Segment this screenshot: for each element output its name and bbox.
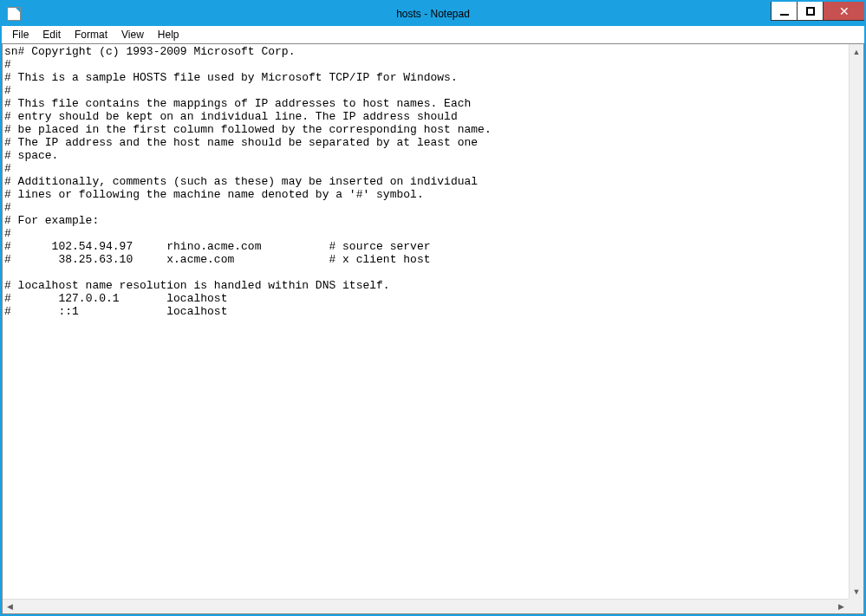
minimize-icon bbox=[780, 14, 789, 16]
hscroll-row: ◀ ▶ bbox=[3, 599, 863, 613]
menu-edit[interactable]: Edit bbox=[36, 27, 68, 42]
close-icon: ✕ bbox=[839, 4, 850, 18]
scroll-right-icon[interactable]: ▶ bbox=[834, 600, 849, 613]
maximize-icon bbox=[806, 7, 815, 16]
window-title: hosts - Notepad bbox=[2, 8, 864, 20]
text-wrap: sn# Copyright (c) 1993-2009 Microsoft Co… bbox=[3, 44, 863, 599]
scroll-left-icon[interactable]: ◀ bbox=[3, 600, 17, 613]
scroll-corner bbox=[849, 599, 863, 613]
vertical-scrollbar[interactable]: ▲ ▼ bbox=[849, 44, 863, 599]
horizontal-scrollbar[interactable]: ◀ ▶ bbox=[3, 599, 849, 613]
vertical-scroll-track[interactable] bbox=[850, 59, 863, 584]
close-button[interactable]: ✕ bbox=[823, 2, 864, 21]
window-controls: ✕ bbox=[771, 2, 864, 21]
horizontal-scroll-track[interactable] bbox=[17, 600, 834, 613]
app-icon bbox=[7, 7, 21, 21]
client-area: sn# Copyright (c) 1993-2009 Microsoft Co… bbox=[2, 43, 864, 614]
minimize-button[interactable] bbox=[771, 2, 797, 21]
scroll-up-icon[interactable]: ▲ bbox=[850, 44, 863, 59]
scroll-down-icon[interactable]: ▼ bbox=[850, 584, 863, 599]
maximize-button[interactable] bbox=[797, 2, 823, 21]
menu-format[interactable]: Format bbox=[68, 27, 114, 42]
text-editor[interactable]: sn# Copyright (c) 1993-2009 Microsoft Co… bbox=[3, 44, 849, 599]
notepad-window: hosts - Notepad ✕ File Edit Format View … bbox=[0, 0, 866, 616]
menu-view[interactable]: View bbox=[114, 27, 151, 42]
titlebar[interactable]: hosts - Notepad ✕ bbox=[2, 2, 864, 26]
menu-help[interactable]: Help bbox=[151, 27, 186, 42]
menu-file[interactable]: File bbox=[5, 27, 36, 42]
menubar: File Edit Format View Help bbox=[2, 26, 864, 43]
